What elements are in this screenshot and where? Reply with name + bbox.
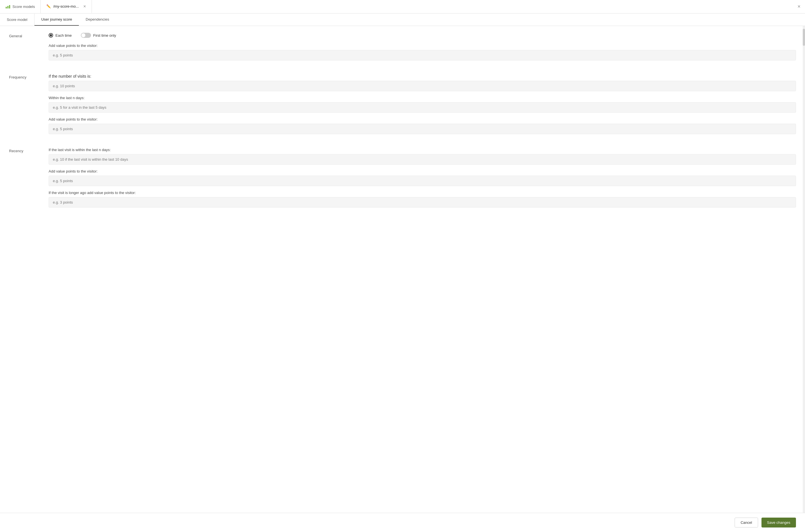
within-days-label: Within the last n days: [49,96,796,100]
radio-first-time-label: First time only [93,33,116,38]
cancel-button[interactable]: Cancel [735,518,758,528]
tab-active-label: /my-score-mo... [53,4,78,8]
frequency-content: If the number of visits is: Within the l… [49,74,796,139]
tab-bar: Score models ✏️ /my-score-mo... × × [0,0,805,14]
within-days-input[interactable] [49,102,796,113]
content-area: General Each time First time only [0,26,805,228]
tab-user-journey-score[interactable]: User journey score [35,14,79,26]
save-button[interactable]: Save changes [762,518,796,528]
toggle-first-time[interactable] [81,33,91,38]
main-close-button[interactable]: × [793,0,805,13]
score-model-nav-label: Score model [0,14,35,26]
score-models-icon [6,5,10,8]
longer-ago-input[interactable] [49,197,796,208]
add-value-input-general[interactable] [49,50,796,60]
visits-input[interactable] [49,81,796,91]
last-visit-input[interactable] [49,154,796,165]
scrollbar-track [803,26,805,513]
tab-dependencies[interactable]: Dependencies [79,14,116,26]
add-value-label-recency: Add value points to the visitor: [49,169,796,173]
radio-first-time[interactable]: First time only [81,33,116,38]
radio-circle-each-time [49,33,53,38]
radio-each-time[interactable]: Each time [49,33,72,38]
app-container: Score models ✏️ /my-score-mo... × × Scor… [0,0,805,532]
tab-score-models[interactable]: Score models [0,0,41,13]
add-value-label-general: Add value points to the visitor: [49,43,796,48]
add-value-label-frequency: Add value points to the visitor: [49,117,796,121]
recency-content: If the last visit is within the last n d… [49,148,796,212]
content-wrapper: General Each time First time only [0,26,805,513]
general-content: Each time First time only Add value poin… [49,33,796,65]
visits-label: If the number of visits is: [49,74,796,78]
add-value-input-recency[interactable] [49,176,796,186]
edit-icon: ✏️ [47,4,51,8]
general-section: General Each time First time only [9,33,796,65]
radio-group: Each time First time only [49,33,796,38]
tab-close-icon[interactable]: × [84,4,86,9]
frequency-section: Frequency If the number of visits is: Wi… [9,74,796,139]
recency-section: Recency If the last visit is within the … [9,148,796,212]
tab-score-models-label: Score models [13,4,35,9]
longer-ago-label: If the visit is longer ago add value poi… [49,191,796,195]
add-value-input-frequency[interactable] [49,124,796,134]
recency-label: Recency [9,148,49,212]
tab-active-file[interactable]: ✏️ /my-score-mo... × [41,0,92,13]
secondary-nav: Score model User journey score Dependenc… [0,14,805,26]
frequency-label: Frequency [9,74,49,139]
bottom-bar: Cancel Save changes [0,513,805,532]
scrollbar-thumb[interactable] [803,29,805,46]
main-content: General Each time First time only [0,26,805,513]
general-label: General [9,33,49,65]
last-visit-label: If the last visit is within the last n d… [49,148,796,152]
radio-each-time-label: Each time [55,33,72,38]
